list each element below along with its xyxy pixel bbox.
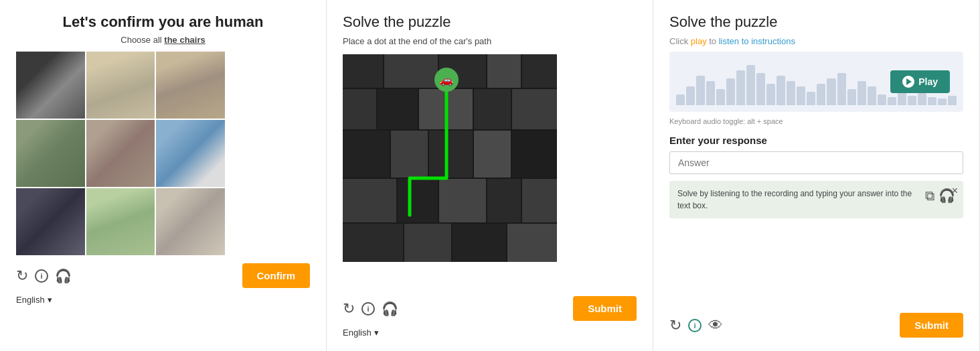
wave-bar <box>706 81 715 105</box>
panel1-title: Let's confirm you are human <box>16 13 310 31</box>
grid-cell-5[interactable] <box>86 120 155 187</box>
info-icon: i <box>35 269 48 283</box>
play-label: Play <box>918 76 938 87</box>
subtitle-pre: Choose all <box>120 35 164 45</box>
svg-rect-23 <box>453 224 506 262</box>
refresh-icon: ↻ <box>16 267 28 285</box>
wave-bar <box>716 89 725 105</box>
panel3-info-button[interactable]: i <box>688 319 702 332</box>
grid-cell-7[interactable] <box>16 188 85 255</box>
wave-bar <box>938 98 947 105</box>
wave-bar <box>726 78 735 105</box>
image-grid <box>16 52 225 255</box>
info-button[interactable]: i <box>35 269 48 283</box>
hint-icons: ⧉ 🎧 <box>925 188 955 204</box>
svg-rect-10 <box>512 89 557 129</box>
subtitle-highlight: the chairs <box>164 35 205 45</box>
panel3-bottom: ↻ i 👁 Submit <box>669 305 963 338</box>
svg-rect-20 <box>522 179 557 222</box>
panel2-refresh-button[interactable]: ↻ <box>343 300 355 318</box>
captcha-panel-3: Solve the puzzle Click play to listen to… <box>653 0 980 351</box>
wave-bar <box>918 93 926 105</box>
hint-box: Solve by listening to the recording and … <box>669 181 963 218</box>
info-icon-3: i <box>688 319 702 332</box>
svg-rect-11 <box>343 131 390 178</box>
svg-rect-1 <box>343 54 383 88</box>
play-circle-icon <box>902 76 914 88</box>
confirm-button[interactable]: Confirm <box>242 263 311 288</box>
captcha-panel-1: Let's confirm you are human Choose all t… <box>0 0 327 351</box>
wave-bar <box>756 73 765 105</box>
wave-bar <box>868 86 876 105</box>
grid-cell-9[interactable] <box>156 188 225 255</box>
grid-cell-4[interactable] <box>16 120 85 187</box>
car-path-svg: 🚗 <box>343 54 557 262</box>
close-hint-button[interactable]: × <box>952 185 958 197</box>
svg-rect-9 <box>474 89 511 129</box>
sound-waves-icon: ⧉ <box>925 188 933 204</box>
wave-bar <box>837 73 846 105</box>
panel3-submit-button[interactable]: Submit <box>900 313 963 338</box>
wave-bar <box>817 84 825 105</box>
panel3-icon-group: ↻ i 👁 <box>669 317 723 334</box>
audio-button[interactable]: 🎧 <box>55 268 72 284</box>
wave-bar <box>928 97 936 105</box>
panel2-subtitle: Place a dot at the end of the car's path <box>343 36 637 46</box>
svg-rect-21 <box>343 224 403 262</box>
wave-bar <box>787 81 795 105</box>
grid-cell-3[interactable] <box>156 52 225 119</box>
panel2-submit-button[interactable]: Submit <box>573 296 637 321</box>
wave-bar <box>807 92 815 105</box>
panel2-language-selector[interactable]: English ▾ <box>343 328 637 338</box>
svg-rect-19 <box>487 179 521 222</box>
click-text: Click <box>669 36 691 46</box>
info-circle-2: i <box>361 302 375 315</box>
svg-rect-13 <box>429 131 473 178</box>
answer-input[interactable] <box>669 151 963 174</box>
svg-rect-17 <box>398 179 438 222</box>
wave-bar <box>777 76 785 105</box>
svg-rect-2 <box>384 54 438 88</box>
panel2-audio-button[interactable]: 🎧 <box>382 301 398 317</box>
info-icon: i <box>361 302 375 315</box>
headphones-icon: 🎧 <box>55 268 72 284</box>
panel2-bottom: ↻ i 🎧 Submit <box>343 288 637 321</box>
wave-bar <box>858 81 866 105</box>
grid-cell-2[interactable] <box>86 52 155 119</box>
captcha-panel-2: Solve the puzzle Place a dot at the end … <box>327 0 653 351</box>
info-circle-teal: i <box>688 319 702 332</box>
panel2-title: Solve the puzzle <box>343 13 637 31</box>
wave-bar <box>696 76 705 105</box>
eye-icon: 👁 <box>708 317 723 334</box>
keyboard-hint: Keyboard audio toggle: alt + space <box>669 117 963 125</box>
panel2-info-button[interactable]: i <box>361 302 375 315</box>
wave-bar <box>827 78 835 105</box>
play-text-orange: play <box>691 36 707 46</box>
panel2-language-label: English <box>343 328 372 338</box>
play-button[interactable]: Play <box>890 70 950 93</box>
refresh-button[interactable]: ↻ <box>16 267 28 285</box>
panel2-icon-group: ↻ i 🎧 <box>343 300 398 318</box>
svg-rect-18 <box>439 179 486 222</box>
grid-cell-8[interactable] <box>86 188 155 255</box>
svg-rect-6 <box>343 89 376 129</box>
info-circle: i <box>35 269 48 283</box>
wave-bar <box>676 94 685 105</box>
puzzle-image[interactable]: 🚗 <box>343 54 557 262</box>
panel3-refresh-button[interactable]: ↻ <box>669 317 681 334</box>
audio-waveform: Play <box>669 52 963 112</box>
chevron-down-icon: ▾ <box>48 295 52 305</box>
response-label: Enter your response <box>669 135 963 146</box>
wave-bar <box>736 70 745 105</box>
panel2-chevron-icon: ▾ <box>374 328 379 338</box>
language-selector[interactable]: English ▾ <box>16 295 310 305</box>
click-play-text: Click play to listen to instructions <box>669 36 963 46</box>
grid-cell-6[interactable] <box>156 120 225 187</box>
grid-cell-1[interactable] <box>16 52 85 119</box>
wave-bar <box>766 84 775 105</box>
wave-bar <box>686 86 695 105</box>
wave-bar <box>898 92 906 105</box>
svg-rect-12 <box>391 131 428 178</box>
svg-text:🚗: 🚗 <box>440 74 453 86</box>
panel3-eye-button[interactable]: 👁 <box>708 317 723 334</box>
